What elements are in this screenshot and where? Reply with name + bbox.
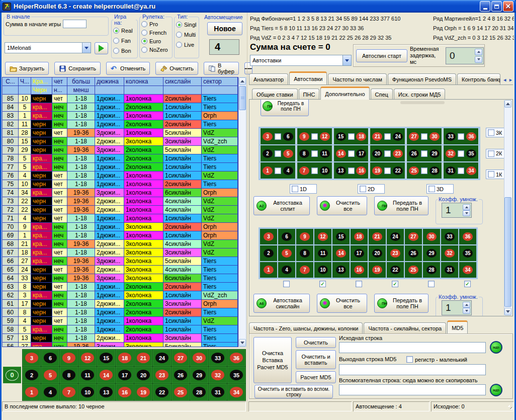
split-cell-13-16[interactable]: 1316 — [333, 162, 369, 179]
sixline-checkbox-3[interactable] — [356, 281, 362, 287]
number-6[interactable]: 6 — [282, 232, 292, 241]
number-23[interactable]: 23 — [155, 370, 168, 380]
split-cell-8-11[interactable]: 811 — [297, 145, 332, 161]
split-checkbox[interactable] — [311, 150, 318, 157]
sixline-cell-12[interactable]: 12 — [314, 229, 331, 244]
split-cell-25-28[interactable]: 2528 — [406, 162, 442, 179]
board-cell-22[interactable]: 22 — [153, 384, 171, 400]
number-10[interactable]: 10 — [318, 266, 328, 274]
sixline-checkbox-2[interactable]: ✓ — [319, 281, 326, 287]
split-cell-2-5[interactable]: 25 — [260, 145, 296, 161]
checkbox[interactable] — [488, 171, 494, 178]
split-checkbox[interactable] — [384, 150, 391, 157]
number-20[interactable]: 20 — [372, 149, 382, 158]
split-checkbox[interactable] — [421, 167, 427, 174]
number-31[interactable]: 31 — [211, 387, 224, 397]
number-30[interactable]: 30 — [426, 232, 437, 241]
number-17[interactable]: 17 — [118, 370, 131, 380]
md5-big-button[interactable]: Очистка Вставка Расчет MD5 — [253, 337, 292, 383]
number-35[interactable]: 35 — [463, 249, 473, 258]
spinner-up-icon[interactable] — [463, 302, 470, 308]
sixline-cell-14[interactable]: 14 — [332, 245, 350, 261]
number-22[interactable]: 22 — [155, 387, 168, 397]
split-cell-31-34[interactable]: 3134 — [443, 162, 479, 179]
board-cell-20[interactable]: 20 — [134, 367, 152, 383]
board-cell-28[interactable]: 28 — [190, 384, 208, 400]
board-cell-32[interactable]: 32 — [209, 367, 227, 383]
board-cell-3[interactable]: 3 — [23, 350, 41, 366]
maximize-button[interactable] — [491, 1, 502, 12]
close-button[interactable]: ✕ — [503, 1, 513, 12]
number-25[interactable]: 25 — [408, 266, 418, 274]
sixline-checkbox-5[interactable] — [428, 281, 435, 287]
number-2[interactable]: 2 — [25, 370, 38, 380]
split-checkbox[interactable] — [421, 150, 427, 157]
number-26[interactable]: 26 — [174, 370, 187, 380]
split-checkbox[interactable] — [421, 133, 427, 140]
radio-Euro[interactable]: Euro — [141, 37, 170, 45]
md5-clear-button[interactable]: Очистить — [296, 337, 336, 348]
board-cell-30[interactable]: 30 — [190, 350, 208, 366]
number-32[interactable]: 32 — [445, 249, 455, 258]
spinner-down-icon[interactable] — [463, 210, 470, 216]
number-5[interactable]: 5 — [283, 149, 293, 158]
number-24[interactable]: 24 — [155, 353, 168, 363]
board-cell-31[interactable]: 31 — [209, 384, 227, 400]
board-cell-23[interactable]: 23 — [153, 367, 171, 383]
tab-Контроль банкрол[interactable]: Контроль банкрол — [457, 73, 500, 85]
number-14[interactable]: 14 — [336, 249, 346, 258]
radio-Pro[interactable]: Pro — [141, 20, 170, 28]
split-checkbox[interactable] — [458, 133, 464, 140]
number-21[interactable]: 21 — [137, 353, 150, 363]
md5-calc-icon[interactable]: МД5 — [490, 384, 502, 396]
number-5[interactable]: 5 — [282, 249, 292, 258]
sixline-cell-3[interactable]: 3 — [260, 229, 277, 244]
sixline-cell-36[interactable]: 36 — [459, 229, 476, 244]
split-cell-14-17[interactable]: 1417 — [333, 145, 369, 161]
spinner-up-icon[interactable] — [463, 204, 470, 210]
split-checkbox[interactable] — [311, 133, 318, 140]
play-button[interactable] — [95, 42, 108, 54]
sixline-cell-26[interactable]: 26 — [405, 245, 422, 261]
split-checkbox[interactable] — [384, 133, 391, 140]
number-1[interactable]: 1 — [263, 166, 273, 175]
chevron-down-icon[interactable] — [82, 43, 91, 53]
number-18[interactable]: 18 — [118, 353, 131, 363]
number-34[interactable]: 34 — [230, 387, 243, 397]
split-cell-26-29[interactable]: 2629 — [406, 145, 442, 161]
number-24[interactable]: 24 — [393, 132, 403, 141]
number-12[interactable]: 12 — [320, 132, 330, 141]
number-35[interactable]: 35 — [230, 370, 243, 380]
number-31[interactable]: 31 — [445, 266, 455, 274]
copy-to-buffer-button[interactable]: В буфер — [204, 62, 239, 75]
number-9[interactable]: 9 — [62, 353, 75, 363]
sixline-cell-31[interactable]: 31 — [441, 262, 458, 278]
number-8[interactable]: 8 — [300, 249, 310, 258]
transfer-top-button[interactable]: →ПН Передать в поле ПН — [261, 99, 309, 116]
radio-NoZero[interactable]: NoZero — [141, 45, 170, 54]
spinner-up-icon[interactable] — [475, 49, 482, 55]
number-19[interactable]: 19 — [137, 387, 150, 397]
split-checkbox[interactable] — [458, 167, 464, 174]
number-21[interactable]: 21 — [372, 132, 382, 141]
board-cell-6[interactable]: 6 — [41, 350, 59, 366]
board-cell-11[interactable]: 11 — [78, 367, 97, 383]
number-3[interactable]: 3 — [264, 232, 274, 241]
tab-Исх. строки МД5[interactable]: Исх. строки МД5 — [394, 89, 446, 100]
board-cell-33[interactable]: 33 — [209, 350, 227, 366]
radio-Multi[interactable]: Multi — [176, 30, 197, 40]
board-cell-26[interactable]: 26 — [171, 367, 190, 383]
number-22[interactable]: 22 — [390, 266, 400, 274]
split-checkbox[interactable] — [311, 167, 318, 174]
radio-French[interactable]: French — [141, 28, 170, 37]
sixline-cell-17[interactable]: 17 — [351, 245, 368, 261]
number-17[interactable]: 17 — [354, 249, 364, 258]
spinner-down-icon[interactable] — [463, 308, 470, 314]
sixline-cell-10[interactable]: 10 — [314, 262, 331, 278]
number-6[interactable]: 6 — [44, 353, 57, 363]
number-3[interactable]: 3 — [25, 353, 38, 363]
number-16[interactable]: 16 — [354, 266, 364, 274]
bets-combo[interactable]: Автоставки — [250, 55, 352, 66]
start-sum-input[interactable] — [63, 20, 87, 28]
sixline-cell-30[interactable]: 30 — [423, 229, 440, 244]
